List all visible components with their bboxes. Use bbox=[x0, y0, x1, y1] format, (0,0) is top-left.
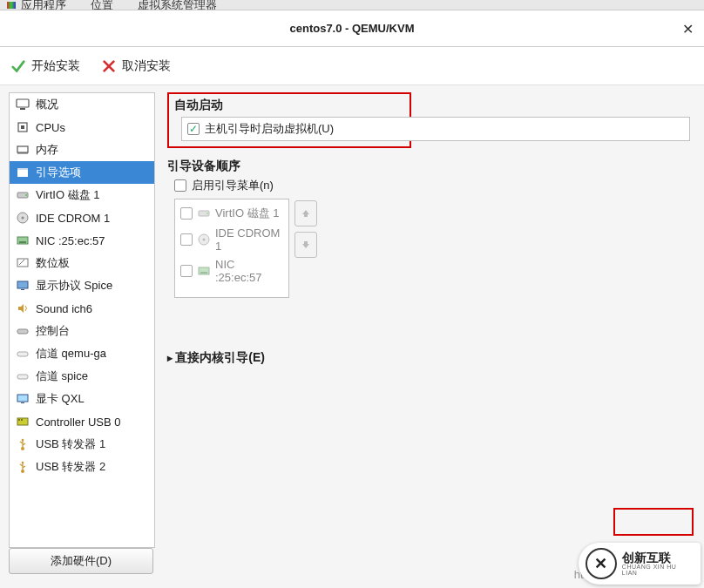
channel-icon bbox=[15, 368, 30, 384]
watermark-badge: ✕ 创新互联 CHUANG XIN HU LIAN bbox=[579, 543, 701, 585]
video-icon bbox=[15, 391, 30, 407]
svg-rect-23 bbox=[21, 419, 23, 421]
svg-rect-17 bbox=[17, 352, 28, 356]
boot-item-0[interactable]: VirtIO 磁盘 1 bbox=[179, 203, 285, 224]
svg-rect-13 bbox=[17, 259, 28, 267]
sidebar-item-label: 显卡 QXL bbox=[36, 391, 85, 407]
sidebar-item-label: USB 转发器 2 bbox=[36, 459, 105, 475]
memory-icon bbox=[15, 142, 30, 158]
sound-icon bbox=[15, 301, 30, 316]
boot-icon bbox=[15, 165, 30, 180]
boot-item-2[interactable]: NIC :25:ec:57 bbox=[179, 255, 285, 287]
watermark-text: 创新互联 bbox=[622, 551, 694, 564]
autostart-label: 主机引导时启动虚拟机(U) bbox=[205, 121, 334, 137]
autostart-title: 自动启动 bbox=[174, 98, 404, 113]
sidebar-item-9[interactable]: Sound ich6 bbox=[10, 297, 154, 320]
sidebar-item-4[interactable]: VirtIO 磁盘 1 bbox=[10, 184, 154, 206]
sidebar-item-8[interactable]: 显示协议 Spice bbox=[10, 274, 154, 297]
sidebar-item-0[interactable]: 概况 bbox=[10, 93, 154, 116]
enable-boot-menu-label: 启用引导菜单(n) bbox=[192, 178, 274, 193]
sidebar-item-label: 引导选项 bbox=[36, 165, 81, 180]
sidebar-item-11[interactable]: 信道 qemu-ga bbox=[10, 342, 154, 365]
cdrom-icon bbox=[15, 210, 30, 226]
move-up-button[interactable] bbox=[294, 200, 317, 226]
sidebar-item-12[interactable]: 信道 spice bbox=[10, 365, 154, 388]
svg-rect-22 bbox=[18, 419, 20, 421]
sidebar-item-label: IDE CDROM 1 bbox=[36, 212, 110, 225]
close-icon[interactable]: ✕ bbox=[682, 21, 694, 37]
sidebar-item-label: 信道 qemu-ga bbox=[36, 346, 106, 362]
sidebar-item-3[interactable]: 引导选项 bbox=[10, 161, 154, 184]
sidebar-item-label: 信道 spice bbox=[36, 368, 88, 384]
svg-point-27 bbox=[22, 462, 24, 464]
sidebar-item-label: NIC :25:ec:57 bbox=[36, 234, 105, 247]
window-title-bar: centos7.0 - QEMU/KVM ✕ bbox=[0, 10, 704, 47]
svg-rect-6 bbox=[17, 168, 28, 170]
svg-rect-33 bbox=[200, 272, 207, 274]
watermark-sub: CHUANG XIN HU LIAN bbox=[622, 564, 694, 576]
sidebar-item-label: 概况 bbox=[36, 97, 58, 112]
autostart-checkbox[interactable] bbox=[187, 123, 200, 135]
svg-rect-16 bbox=[17, 329, 28, 334]
menu-vmm[interactable]: 虚拟系统管理器 bbox=[138, 0, 217, 10]
svg-rect-12 bbox=[19, 241, 26, 243]
channel-icon bbox=[15, 346, 30, 362]
enable-boot-menu-checkbox[interactable] bbox=[174, 179, 186, 192]
add-hardware-button[interactable]: 添加硬件(D) bbox=[9, 548, 153, 574]
svg-point-29 bbox=[206, 213, 208, 214]
boot-item-1[interactable]: IDE CDROM 1 bbox=[179, 224, 285, 255]
svg-point-31 bbox=[203, 239, 206, 241]
display-icon bbox=[15, 278, 30, 294]
sidebar-item-label: 数位板 bbox=[36, 255, 70, 271]
menu-location[interactable]: 位置 bbox=[91, 0, 113, 10]
svg-rect-18 bbox=[17, 375, 28, 379]
sidebar-item-15[interactable]: USB 转发器 1 bbox=[10, 433, 154, 456]
boot-item-checkbox[interactable] bbox=[180, 233, 193, 246]
sidebar-item-5[interactable]: IDE CDROM 1 bbox=[10, 206, 154, 229]
sidebar-item-13[interactable]: 显卡 QXL bbox=[10, 388, 154, 410]
svg-rect-5 bbox=[17, 170, 28, 177]
menu-apps[interactable]: 应用程序 bbox=[7, 0, 66, 10]
boot-item-checkbox[interactable] bbox=[180, 207, 193, 220]
usb-icon bbox=[15, 459, 30, 475]
content-pane: 自动启动 主机引导时启动虚拟机(U) 引导设备顺序 启用引导菜单(n) Virt… bbox=[155, 85, 704, 548]
sidebar-item-7[interactable]: 数位板 bbox=[10, 252, 154, 274]
svg-point-25 bbox=[22, 439, 24, 442]
nic-icon bbox=[15, 233, 30, 248]
autostart-highlight: 自动启动 主机引导时启动虚拟机(U) bbox=[167, 92, 411, 148]
monitor-icon bbox=[15, 97, 30, 112]
autostart-row[interactable]: 主机引导时启动虚拟机(U) bbox=[181, 117, 690, 141]
top-menu-bar: 应用程序 位置 虚拟系统管理器 bbox=[0, 0, 704, 10]
svg-rect-4 bbox=[17, 146, 28, 152]
sidebar-item-14[interactable]: Controller USB 0 bbox=[10, 410, 154, 433]
sidebar-item-6[interactable]: NIC :25:ec:57 bbox=[10, 229, 154, 252]
enable-boot-menu-row[interactable]: 启用引导菜单(n) bbox=[174, 178, 692, 193]
boot-item-label: IDE CDROM 1 bbox=[215, 226, 283, 253]
svg-point-10 bbox=[22, 217, 24, 220]
svg-rect-19 bbox=[17, 395, 28, 402]
sidebar-item-label: VirtIO 磁盘 1 bbox=[36, 187, 99, 203]
svg-rect-1 bbox=[20, 108, 25, 110]
usb-icon bbox=[15, 436, 30, 452]
direct-kernel-boot-expander[interactable]: 直接内核引导(E) bbox=[167, 350, 692, 366]
tablet-icon bbox=[15, 255, 30, 271]
cancel-icon bbox=[101, 58, 117, 74]
disk-icon bbox=[196, 206, 212, 221]
sidebar-item-label: 内存 bbox=[36, 142, 58, 158]
begin-install-button[interactable]: 开始安装 bbox=[10, 58, 80, 74]
cancel-install-label: 取消安装 bbox=[122, 58, 171, 74]
window-title: centos7.0 - QEMU/KVM bbox=[289, 22, 414, 35]
check-icon bbox=[10, 58, 26, 74]
boot-item-checkbox[interactable] bbox=[180, 265, 193, 277]
sidebar-item-1[interactable]: CPUs bbox=[10, 116, 154, 139]
boot-device-list[interactable]: VirtIO 磁盘 1IDE CDROM 1NIC :25:ec:57 bbox=[174, 199, 289, 298]
sidebar-item-2[interactable]: 内存 bbox=[10, 139, 154, 161]
sidebar-item-16[interactable]: USB 转发器 2 bbox=[10, 456, 154, 478]
cpu-icon bbox=[15, 119, 30, 135]
sidebar-item-10[interactable]: 控制台 bbox=[10, 320, 154, 342]
sidebar-item-label: 控制台 bbox=[36, 323, 70, 339]
move-down-button[interactable] bbox=[294, 232, 317, 258]
cancel-install-button[interactable]: 取消安装 bbox=[101, 58, 171, 74]
svg-rect-20 bbox=[21, 402, 24, 403]
nic-icon bbox=[196, 263, 212, 279]
